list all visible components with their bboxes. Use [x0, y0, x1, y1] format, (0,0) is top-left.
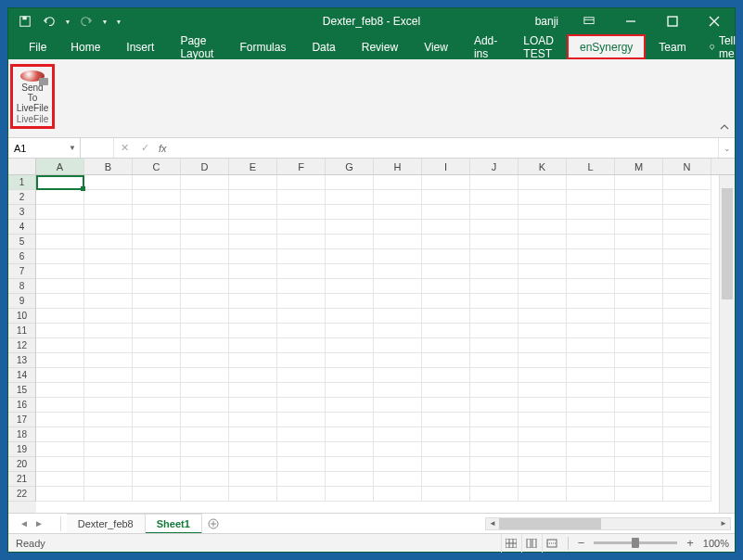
cell[interactable]: [567, 383, 615, 398]
cell[interactable]: [519, 413, 567, 427]
cell[interactable]: [615, 398, 663, 413]
cell[interactable]: [470, 205, 519, 220]
vertical-scroll-thumb[interactable]: [722, 188, 733, 299]
cancel-formula-button[interactable]: ✕: [114, 138, 135, 158]
cell[interactable]: [84, 235, 133, 249]
cell[interactable]: [615, 294, 663, 309]
cell[interactable]: [663, 249, 711, 264]
cell[interactable]: [374, 294, 422, 309]
row-header[interactable]: 9: [8, 294, 36, 309]
cell[interactable]: [326, 279, 374, 294]
cell[interactable]: [567, 457, 615, 472]
cell[interactable]: [663, 324, 711, 338]
cell[interactable]: [567, 309, 615, 324]
tab-team[interactable]: Team: [646, 34, 698, 59]
column-header[interactable]: F: [277, 159, 326, 174]
cell[interactable]: [663, 294, 711, 309]
cell[interactable]: [229, 205, 277, 220]
cell[interactable]: [374, 205, 422, 220]
cell[interactable]: [567, 427, 615, 442]
cell[interactable]: [422, 398, 470, 413]
cell[interactable]: [133, 235, 181, 249]
cell[interactable]: [567, 175, 615, 190]
column-header[interactable]: E: [229, 159, 277, 174]
cell[interactable]: [36, 175, 84, 190]
cell[interactable]: [663, 383, 711, 398]
cell[interactable]: [133, 457, 181, 472]
cell[interactable]: [277, 353, 326, 368]
cell[interactable]: [422, 190, 470, 205]
cell[interactable]: [615, 368, 663, 383]
cell[interactable]: [229, 472, 277, 487]
sheet-nav[interactable]: ◄ ►: [8, 518, 55, 528]
cell[interactable]: [615, 457, 663, 472]
cell[interactable]: [84, 220, 133, 235]
cell[interactable]: [615, 427, 663, 442]
cell[interactable]: [422, 309, 470, 324]
cell[interactable]: [615, 235, 663, 249]
cell[interactable]: [84, 383, 133, 398]
cell[interactable]: [374, 264, 422, 279]
column-header[interactable]: A: [36, 159, 84, 174]
cell[interactable]: [615, 205, 663, 220]
tab-formulas[interactable]: Formulas: [226, 34, 299, 59]
cell[interactable]: [470, 353, 519, 368]
row-header[interactable]: 17: [8, 413, 36, 427]
cell[interactable]: [567, 235, 615, 249]
cell[interactable]: [326, 472, 374, 487]
cell[interactable]: [181, 175, 229, 190]
cell[interactable]: [422, 413, 470, 427]
cell[interactable]: [277, 457, 326, 472]
zoom-in-button[interactable]: +: [683, 536, 698, 550]
cell[interactable]: [422, 220, 470, 235]
cell[interactable]: [36, 235, 84, 249]
cell[interactable]: [470, 427, 519, 442]
column-header[interactable]: K: [519, 159, 567, 174]
cell[interactable]: [229, 309, 277, 324]
cell[interactable]: [36, 427, 84, 442]
sheet-tab-sheet1[interactable]: Sheet1: [146, 514, 202, 534]
cell[interactable]: [229, 190, 277, 205]
cell[interactable]: [374, 398, 422, 413]
cell[interactable]: [374, 368, 422, 383]
cells-area[interactable]: [36, 175, 735, 513]
undo-button[interactable]: [38, 10, 60, 32]
cell[interactable]: [181, 353, 229, 368]
cell[interactable]: [133, 338, 181, 353]
tab-ensynergy[interactable]: enSynergy: [567, 34, 646, 59]
cell[interactable]: [36, 279, 84, 294]
cell[interactable]: [422, 368, 470, 383]
tab-add-ins[interactable]: Add-ins: [461, 34, 510, 59]
cell[interactable]: [470, 487, 519, 502]
cell[interactable]: [36, 294, 84, 309]
hscroll-left[interactable]: ◄: [486, 518, 499, 529]
cell[interactable]: [470, 175, 519, 190]
cell[interactable]: [277, 368, 326, 383]
cell[interactable]: [229, 235, 277, 249]
minimize-button[interactable]: [609, 8, 651, 34]
row-header[interactable]: 5: [8, 235, 36, 249]
cell[interactable]: [326, 220, 374, 235]
name-box[interactable]: A1 ▼: [8, 138, 81, 158]
cell[interactable]: [277, 309, 326, 324]
cell[interactable]: [36, 398, 84, 413]
cell[interactable]: [133, 413, 181, 427]
row-header[interactable]: 10: [8, 309, 36, 324]
tab-data[interactable]: Data: [299, 34, 348, 59]
sheet-prev-icon[interactable]: ◄: [19, 518, 29, 528]
cell[interactable]: [663, 190, 711, 205]
cell[interactable]: [181, 368, 229, 383]
cell[interactable]: [374, 442, 422, 457]
cell[interactable]: [326, 175, 374, 190]
cell[interactable]: [615, 413, 663, 427]
cell[interactable]: [36, 368, 84, 383]
username[interactable]: banji: [526, 15, 568, 28]
cell[interactable]: [567, 472, 615, 487]
cell[interactable]: [519, 398, 567, 413]
cell[interactable]: [133, 309, 181, 324]
cell[interactable]: [615, 338, 663, 353]
cell[interactable]: [181, 220, 229, 235]
cell[interactable]: [326, 368, 374, 383]
cell[interactable]: [422, 442, 470, 457]
cell[interactable]: [470, 472, 519, 487]
